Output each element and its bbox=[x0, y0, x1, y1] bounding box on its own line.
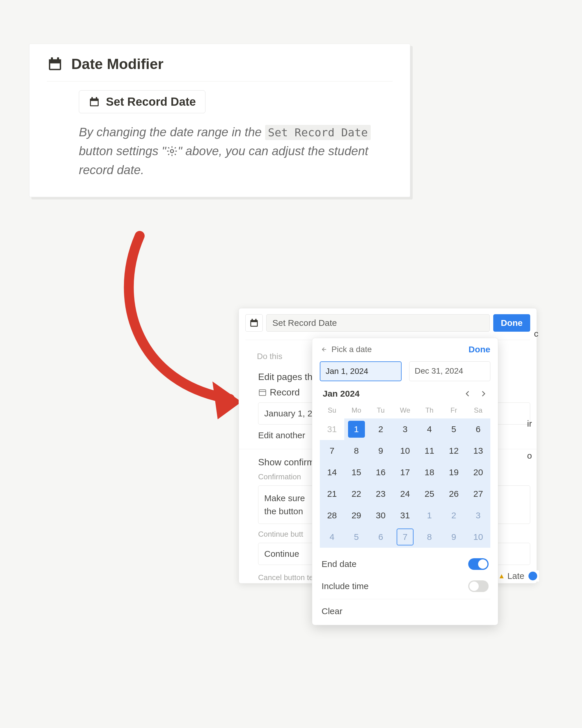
dow-label: Mo bbox=[344, 403, 369, 418]
button-title-input[interactable] bbox=[266, 314, 490, 332]
text: Make sure bbox=[264, 493, 305, 503]
toggle-off-icon[interactable] bbox=[468, 580, 489, 592]
calendar-day[interactable]: 1 bbox=[344, 418, 369, 440]
calendar-day[interactable]: 22 bbox=[344, 483, 369, 505]
calendar-day[interactable]: 14 bbox=[320, 462, 344, 483]
calendar-day[interactable]: 4 bbox=[417, 418, 442, 440]
date-range-inputs: Jan 1, 2024 Dec 31, 2024 bbox=[320, 361, 490, 381]
button-icon-picker[interactable] bbox=[245, 314, 263, 332]
editor-header: Done bbox=[245, 314, 530, 332]
dow-label: We bbox=[393, 403, 417, 418]
calendar-day[interactable]: 15 bbox=[344, 462, 369, 483]
calendar-day[interactable]: 6 bbox=[368, 526, 393, 548]
calendar-day[interactable]: 19 bbox=[442, 462, 466, 483]
set-record-date-label: Set Record Date bbox=[106, 95, 196, 108]
calendar-day[interactable]: 1 bbox=[417, 505, 442, 526]
calendar-day[interactable]: 10 bbox=[393, 440, 417, 462]
dow-label: Su bbox=[320, 403, 344, 418]
next-month-button[interactable] bbox=[479, 390, 488, 398]
picker-header: Pick a date Done bbox=[320, 344, 490, 355]
calendar-day[interactable]: 21 bbox=[320, 483, 344, 505]
calendar-day[interactable]: 5 bbox=[442, 418, 466, 440]
svg-rect-7 bbox=[96, 97, 97, 99]
calendar-day[interactable]: 18 bbox=[417, 462, 442, 483]
svg-rect-8 bbox=[91, 101, 98, 105]
svg-rect-14 bbox=[251, 322, 257, 326]
desc-text: By changing the date range in the bbox=[79, 125, 265, 139]
calendar-day[interactable]: 2 bbox=[442, 505, 466, 526]
card-description: By changing the date range in the Set Re… bbox=[79, 123, 393, 179]
calendar-day[interactable]: 13 bbox=[466, 440, 490, 462]
calendar-day[interactable]: 20 bbox=[466, 462, 490, 483]
dow-label: Th bbox=[417, 403, 442, 418]
picker-back[interactable]: Pick a date bbox=[320, 345, 372, 354]
svg-rect-13 bbox=[255, 319, 256, 321]
calendar-day[interactable]: 4 bbox=[320, 526, 344, 548]
calendar-day[interactable]: 11 bbox=[417, 440, 442, 462]
calendar-day[interactable]: 3 bbox=[466, 505, 490, 526]
toggle-on-icon[interactable] bbox=[468, 558, 489, 570]
month-nav: Jan 2024 bbox=[323, 389, 488, 399]
calendar-day[interactable]: 31 bbox=[393, 505, 417, 526]
set-record-date-button[interactable]: Set Record Date bbox=[79, 90, 205, 113]
warning-icon: ▲ bbox=[498, 572, 505, 580]
calendar-day[interactable]: 9 bbox=[368, 440, 393, 462]
calendar-day[interactable]: 8 bbox=[344, 440, 369, 462]
end-date-toggle-row[interactable]: End date bbox=[320, 553, 490, 575]
svg-rect-1 bbox=[49, 59, 61, 63]
start-date-input[interactable]: Jan 1, 2024 bbox=[320, 361, 401, 381]
option-label: End date bbox=[322, 559, 357, 569]
calendar-day[interactable]: 5 bbox=[344, 526, 369, 548]
edge-text: ir bbox=[527, 419, 532, 428]
card-header: Date Modifier bbox=[47, 56, 393, 81]
option-label: Include time bbox=[322, 581, 369, 591]
calendar-day[interactable]: 29 bbox=[344, 505, 369, 526]
clear-button[interactable]: Clear bbox=[320, 599, 490, 622]
calendar-day[interactable]: 10 bbox=[466, 526, 490, 548]
done-button[interactable]: Done bbox=[493, 314, 530, 332]
svg-rect-15 bbox=[259, 390, 266, 395]
late-badge: ▲ Late bbox=[496, 570, 539, 581]
calendar-day[interactable]: 8 bbox=[417, 526, 442, 548]
calendar-icon bbox=[47, 56, 63, 72]
calendar-day[interactable]: 23 bbox=[368, 483, 393, 505]
calendar-day[interactable]: 27 bbox=[466, 483, 490, 505]
calendar-day[interactable]: 24 bbox=[393, 483, 417, 505]
annotation-arrow bbox=[105, 233, 256, 431]
blue-dot-icon bbox=[528, 572, 537, 580]
include-time-toggle-row[interactable]: Include time bbox=[320, 575, 490, 597]
calendar-day[interactable]: 3 bbox=[393, 418, 417, 440]
late-text: Late bbox=[507, 571, 524, 581]
calendar-day[interactable]: 7 bbox=[320, 440, 344, 462]
calendar-day[interactable]: 9 bbox=[442, 526, 466, 548]
prev-month-button[interactable] bbox=[464, 390, 472, 398]
calendar-icon bbox=[258, 388, 267, 397]
calendar-day[interactable]: 12 bbox=[442, 440, 466, 462]
calendar-day[interactable]: 26 bbox=[442, 483, 466, 505]
calendar-day[interactable]: 17 bbox=[393, 462, 417, 483]
svg-rect-3 bbox=[57, 57, 59, 61]
edge-text: o bbox=[527, 451, 532, 461]
card-title: Date Modifier bbox=[71, 56, 164, 73]
date-picker-popover: Pick a date Done Jan 1, 2024 Dec 31, 202… bbox=[312, 338, 498, 625]
calendar-day[interactable]: 25 bbox=[417, 483, 442, 505]
calendar-day[interactable]: 31 bbox=[320, 418, 344, 440]
dow-label: Fr bbox=[442, 403, 466, 418]
end-date-input[interactable]: Dec 31, 2024 bbox=[409, 361, 490, 381]
calendar-grid: SuMoTuWeThFrSa31123456789101112131415161… bbox=[320, 403, 490, 548]
calendar-day[interactable]: 2 bbox=[368, 418, 393, 440]
calendar-icon bbox=[88, 96, 100, 108]
card-body: Set Record Date By changing the date ran… bbox=[47, 90, 393, 179]
calendar-day[interactable]: 16 bbox=[368, 462, 393, 483]
calendar-day[interactable]: 28 bbox=[320, 505, 344, 526]
svg-point-9 bbox=[170, 150, 173, 153]
calendar-day[interactable]: 30 bbox=[368, 505, 393, 526]
picker-done-button[interactable]: Done bbox=[469, 344, 490, 355]
svg-marker-10 bbox=[213, 382, 242, 419]
month-label: Jan 2024 bbox=[323, 389, 360, 399]
gear-icon bbox=[166, 143, 178, 155]
picker-title: Pick a date bbox=[331, 345, 372, 354]
calendar-day[interactable]: 6 bbox=[466, 418, 490, 440]
calendar-day[interactable]: 7 bbox=[393, 526, 417, 548]
property-name: Record bbox=[270, 387, 300, 397]
